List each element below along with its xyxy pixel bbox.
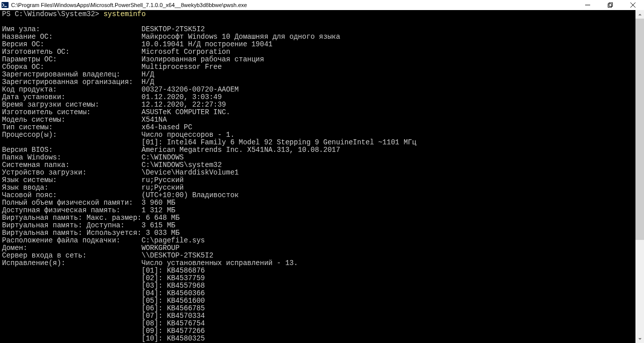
output-row: Язык системы: ru;Русский [2,177,642,184]
output-row: Системная папка: C:\WINDOWS\system32 [2,161,642,169]
svg-rect-2 [608,4,611,8]
output-row: Зарегистрированный владелец: Н/Д [2,71,642,78]
output-row: Папка Windows: C:\WINDOWS [2,154,642,161]
output-row: [01]: Intel64 Family 6 Model 92 Stepping… [2,139,642,146]
output-row: Исправление(я): Число установленных испр… [2,260,642,267]
svg-rect-0 [2,2,9,8]
output-row: Расположение файла подкачки: C:\pagefile… [2,237,642,244]
window-controls [576,0,644,10]
output-row: [05]: KB4561600 [2,297,642,305]
output-row: [03]: KB4557968 [2,282,642,290]
output-row: Тип системы: x64-based PC [2,124,642,131]
powershell-window: C:\Program Files\WindowsApps\Microsoft.P… [0,0,644,343]
output-row: Имя узла: DESKTOP-2TSK5I2 [2,26,642,33]
output-row: [08]: KB4576754 [2,320,642,327]
output-row: [04]: KB4560366 [2,290,642,297]
output-row: [06]: KB4566785 [2,305,642,312]
blank-line [2,18,642,26]
output-row: [01]: KB4586876 [2,267,642,275]
scroll-down-button[interactable] [635,334,644,343]
terminal-output[interactable]: PS C:\Windows\System32> systeminfo Имя у… [0,10,644,343]
output-row: Сборка ОС: Multiprocessor Free [2,63,642,71]
output-row: Домен: WORKGROUP [2,244,642,252]
output-row: Сервер входа в сеть: \\DESKTOP-2TSK5I2 [2,252,642,260]
output-row: Название ОС: Майкрософт Windows 10 Домаш… [2,33,642,41]
output-row: Изготовитель системы: ASUSTeK COMPUTER I… [2,109,642,116]
output-row: Время загрузки системы: 12.12.2020, 22:2… [2,101,642,109]
prompt-prefix: PS C:\Windows\System32> [2,10,104,18]
output-row: [02]: KB4537759 [2,275,642,282]
maximize-button[interactable] [599,0,621,10]
window-title: C:\Program Files\WindowsApps\Microsoft.P… [11,2,576,8]
vertical-scrollbar[interactable] [635,10,644,343]
titlebar[interactable]: C:\Program Files\WindowsApps\Microsoft.P… [0,0,644,10]
output-row: [10]: KB4580325 [2,335,642,342]
output-row: Виртуальная память: Используется: 3 033 … [2,229,642,237]
output-row: Виртуальная память: Макс. размер: 6 648 … [2,214,642,222]
scrollbar-track[interactable] [635,19,644,334]
output-row: Код продукта: 00327-43206-00720-AAOEM [2,86,642,94]
prompt-line: PS C:\Windows\System32> systeminfo [2,11,642,18]
output-row: Полный объем физической памяти: 3 960 МБ [2,199,642,207]
svg-rect-3 [609,3,612,7]
output-row: Доступная физическая память: 1 312 МБ [2,207,642,214]
output-row: Виртуальная память: Доступна: 3 615 МБ [2,222,642,229]
output-row: Изготовитель ОС: Microsoft Corporation [2,48,642,56]
output-row: [09]: KB4577266 [2,327,642,335]
scrollbar-thumb[interactable] [635,19,644,240]
app-icon [1,1,9,9]
output-row: Версия ОС: 10.0.19041 Н/Д построение 190… [2,41,642,48]
output-row: Часовой пояс: (UTC+10:00) Владивосток [2,192,642,199]
command-text: systeminfo [104,10,146,18]
output-row: Устройство загрузки: \Device\HarddiskVol… [2,169,642,177]
scroll-up-button[interactable] [635,10,644,19]
close-button[interactable] [621,0,644,10]
output-row: [07]: KB4570334 [2,312,642,320]
output-row: Язык ввода: ru;Русский [2,184,642,192]
minimize-button[interactable] [576,0,599,10]
output-row: Зарегистрированная организация: Н/Д [2,78,642,86]
output-row: Параметры ОС: Изолированная рабочая стан… [2,56,642,63]
output-row: Версия BIOS: American Megatrends Inc. X5… [2,146,642,154]
output-row: Процессор(ы): Число процессоров - 1. [2,131,642,139]
output-row: Модель системы: X541NA [2,116,642,124]
output-row: Дата установки: 01.12.2020, 3:03:49 [2,94,642,101]
